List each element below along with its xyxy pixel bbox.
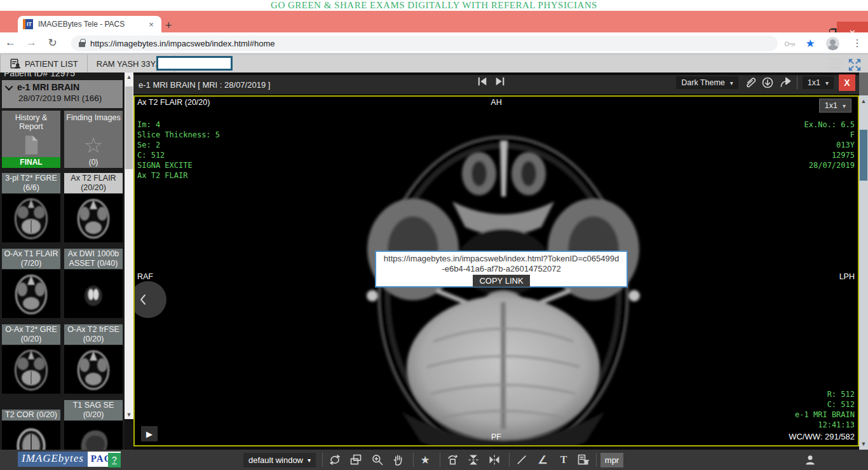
series-thumbnail[interactable]: [2, 421, 60, 450]
orientation-top: AH: [135, 98, 858, 107]
window-preset-select[interactable]: default window: [243, 453, 316, 467]
series-thumbnail[interactable]: [2, 345, 60, 394]
scrollbar-thumb[interactable]: [860, 130, 867, 181]
rotate-icon: [446, 453, 459, 466]
patient-list-icon: [10, 58, 21, 69]
page-scrollbar[interactable]: ▲ ▼: [859, 73, 868, 450]
pan-tool-button[interactable]: [390, 452, 407, 467]
scroll-down-icon[interactable]: ▼: [125, 410, 133, 419]
back-icon[interactable]: ←: [0, 36, 21, 49]
browser-tab-strip: IT IMAGEBytes Tele - PACS × + — ✕: [0, 11, 868, 32]
scrollbar-thumb[interactable]: [125, 86, 133, 169]
download-icon[interactable]: [761, 76, 774, 89]
series-thumbnail[interactable]: [64, 270, 123, 318]
app-toolbar: PATIENT LIST RAM YASH 33Y/M: [0, 53, 868, 73]
theme-select-value: Dark Theme: [681, 78, 725, 87]
sidebar-scrollbar[interactable]: ▲ ▼: [125, 73, 133, 419]
image-viewport[interactable]: Ax T2 FLAIR (20/20) AH 1x1 Im: 4 Slice T…: [133, 95, 859, 446]
overlay-line: Ex.No.: 6.5: [804, 120, 855, 130]
report-document-icon: [22, 135, 41, 155]
series-thumbnail[interactable]: [64, 194, 123, 242]
hand-pan-icon: [392, 453, 405, 466]
series-label: O-Ax T1 FLAIR (7/20): [2, 249, 60, 269]
mpr-button[interactable]: mpr: [600, 453, 623, 467]
series-item[interactable]: Ax DWI 1000b ASSET (0/40): [64, 247, 123, 318]
scroll-up-icon[interactable]: ▲: [859, 97, 868, 106]
history-report-card[interactable]: History & Report FINAL: [2, 111, 60, 168]
share-link-url[interactable]: https://imagebytes.in/impacsweb/index.ht…: [376, 254, 627, 274]
finding-star-icon: ☆: [84, 135, 103, 155]
finding-images-card[interactable]: Finding Images ☆ (0): [64, 111, 123, 168]
reload-icon[interactable]: ↻: [42, 36, 63, 50]
forward-icon[interactable]: →: [21, 36, 42, 49]
series-thumbnail[interactable]: [2, 270, 60, 318]
scroll-down-icon[interactable]: ▼: [859, 439, 868, 448]
study-header[interactable]: e-1 MRI BRAIN 28/07/2019 MRI (166): [2, 80, 123, 108]
report-delete-icon: [577, 453, 590, 466]
password-key-icon[interactable]: [783, 37, 797, 51]
line-measure-button[interactable]: [513, 452, 530, 467]
series-item[interactable]: 3-pl T2* FGRE (6/6): [2, 172, 60, 242]
tab-close-icon[interactable]: ×: [146, 20, 156, 29]
series-thumbnail[interactable]: [64, 345, 123, 394]
address-bar[interactable]: https://imagebytes.in/impacsweb/index.ht…: [71, 36, 778, 51]
series-label: T2 COR (0/20): [2, 410, 60, 420]
angle-measure-button[interactable]: ∠: [534, 452, 551, 467]
browser-menu-icon[interactable]: ⋮: [850, 37, 864, 51]
patient-list-tab[interactable]: PATIENT LIST: [0, 55, 88, 73]
divider: [413, 453, 414, 467]
previous-exam-icon[interactable]: [477, 76, 488, 87]
line-measure-icon: [515, 453, 528, 466]
cascade-layout-button[interactable]: [348, 452, 364, 467]
close-viewer-button[interactable]: X: [839, 74, 855, 91]
search-input[interactable]: [156, 56, 233, 71]
flip-horizontal-button[interactable]: [486, 452, 503, 467]
series-item[interactable]: O-Ax T2 frFSE (0/20): [64, 323, 123, 394]
url-text[interactable]: https://imagebytes.in/impacsweb/index.ht…: [90, 39, 275, 48]
chevron-down-icon: [5, 83, 13, 91]
zoom-tool-button[interactable]: [369, 452, 386, 467]
lock-icon: [79, 42, 85, 47]
rotate-tool-button[interactable]: [444, 452, 461, 467]
next-exam-icon[interactable]: [494, 76, 506, 87]
fullscreen-icon[interactable]: [848, 58, 862, 72]
share-link-popup: https://imagebytes.in/impacsweb/index.ht…: [375, 251, 628, 287]
orientation-left: RAF: [137, 272, 153, 281]
help-button[interactable]: ?: [108, 453, 121, 467]
sync-tool-button[interactable]: [327, 452, 343, 467]
series-item[interactable]: T2 COR (0/20): [2, 399, 60, 450]
attach-paperclip-icon[interactable]: [743, 76, 756, 89]
delete-annotation-button[interactable]: [575, 452, 592, 467]
bookmark-star-icon[interactable]: ★: [803, 37, 817, 51]
theme-select[interactable]: Dark Theme: [676, 76, 738, 89]
text-annotation-button[interactable]: T: [555, 452, 572, 467]
series-item[interactable]: O-Ax T2* GRE (0/20): [2, 323, 60, 394]
viewport-layout-select[interactable]: 1x1: [819, 99, 851, 113]
series-item[interactable]: O-Ax T1 FLAIR (7/20): [2, 247, 60, 318]
series-item[interactable]: T1 SAG SE (0/20): [64, 399, 123, 450]
series-thumbnail[interactable]: [64, 421, 123, 450]
scroll-up-icon[interactable]: ▲: [125, 73, 133, 81]
layout-select[interactable]: 1x1: [803, 76, 834, 89]
series-thumbnail[interactable]: [2, 194, 60, 242]
share-icon[interactable]: [779, 76, 792, 89]
sidebar-collapse-handle[interactable]: [133, 281, 166, 318]
profile-avatar[interactable]: [826, 37, 839, 50]
new-tab-button[interactable]: +: [165, 20, 172, 31]
history-report-title: History & Report: [2, 111, 60, 132]
cine-play-button[interactable]: ▶: [141, 426, 158, 441]
mark-finding-button[interactable]: ★: [417, 452, 433, 467]
flip-horizontal-icon: [488, 453, 501, 466]
window-level-label: WC/WW: 291/582: [789, 432, 855, 441]
viewer-panel: e-1 MRI BRAIN [ MRI : 28/07/2019 ] Dark …: [133, 73, 859, 450]
flip-vertical-button[interactable]: [465, 452, 482, 467]
layout-list-icon[interactable]: [827, 58, 844, 69]
chevron-left-icon: [139, 294, 147, 305]
overlay-line: SIGNA EXCITE: [137, 160, 220, 170]
divider: [440, 453, 440, 467]
copy-link-button[interactable]: COPY LINK: [473, 275, 529, 287]
user-button[interactable]: [802, 452, 818, 467]
imagebytes-logo[interactable]: IMAGEbytes PACS: [18, 452, 121, 467]
series-item-selected[interactable]: Ax T2 FLAIR (20/20): [64, 172, 123, 242]
browser-tab[interactable]: IT IMAGEBytes Tele - PACS ×: [18, 16, 161, 32]
